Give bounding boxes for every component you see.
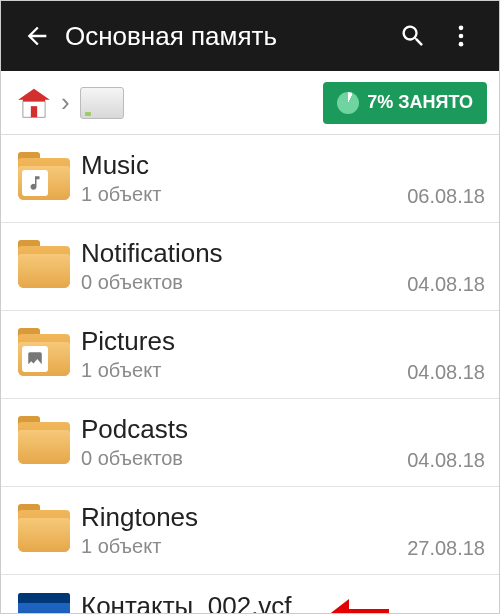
folder-icon xyxy=(13,510,75,552)
storage-usage-badge[interactable]: 7% ЗАНЯТО xyxy=(323,82,487,124)
arrow-back-icon xyxy=(23,22,51,50)
item-sub: 0 объектов xyxy=(81,447,407,470)
svg-point-2 xyxy=(459,42,464,47)
list-item[interactable]: Music 1 объект 06.08.18 xyxy=(1,135,499,223)
item-name: Pictures xyxy=(81,327,407,357)
svg-rect-4 xyxy=(31,106,37,117)
storage-bar: › 7% ЗАНЯТО xyxy=(1,71,499,135)
file-list: Music 1 объект 06.08.18 Notifications 0 … xyxy=(1,135,499,614)
item-sub: 1 объект xyxy=(81,183,407,206)
item-name: Ringtones xyxy=(81,503,407,533)
list-item[interactable]: Notifications 0 объектов 04.08.18 xyxy=(1,223,499,311)
list-item[interactable]: Pictures 1 объект 04.08.18 xyxy=(1,311,499,399)
overflow-menu-button[interactable] xyxy=(437,22,485,50)
item-date: 27.08.18 xyxy=(407,537,485,564)
folder-icon xyxy=(13,422,75,464)
item-date: 04.08.18 xyxy=(407,361,485,388)
back-button[interactable] xyxy=(15,22,59,50)
list-item[interactable]: Контакты_002.vcf 1,85 КБ 14.09.18 xyxy=(1,575,499,614)
search-button[interactable] xyxy=(389,22,437,50)
breadcrumb-separator: › xyxy=(55,87,80,118)
app-bar: Основная память xyxy=(1,1,499,71)
item-name: Notifications xyxy=(81,239,407,269)
item-sub: 1 объект xyxy=(81,359,407,382)
breadcrumb-home[interactable] xyxy=(13,84,55,122)
item-date: 06.08.18 xyxy=(407,185,485,212)
list-item[interactable]: Podcasts 0 объектов 04.08.18 xyxy=(1,399,499,487)
list-item[interactable]: Ringtones 1 объект 27.08.18 xyxy=(1,487,499,575)
drive-icon xyxy=(80,87,124,119)
pie-icon xyxy=(337,92,359,114)
storage-usage-label: 7% ЗАНЯТО xyxy=(367,92,473,113)
search-icon xyxy=(399,22,427,50)
annotation-arrow-icon xyxy=(323,599,389,614)
item-sub: 0 объектов xyxy=(81,271,407,294)
folder-icon xyxy=(13,158,75,200)
home-icon xyxy=(15,84,53,122)
folder-icon xyxy=(13,334,75,376)
page-title: Основная память xyxy=(59,21,389,52)
item-date: 04.08.18 xyxy=(407,273,485,300)
svg-point-0 xyxy=(459,26,464,31)
more-vert-icon xyxy=(447,22,475,50)
contacts-file-icon xyxy=(13,593,75,614)
folder-icon xyxy=(13,246,75,288)
breadcrumb-drive[interactable] xyxy=(80,87,324,119)
item-name: Music xyxy=(81,151,407,181)
item-sub: 1 объект xyxy=(81,535,407,558)
item-name: Podcasts xyxy=(81,415,407,445)
svg-point-1 xyxy=(459,34,464,39)
item-date: 04.08.18 xyxy=(407,449,485,476)
